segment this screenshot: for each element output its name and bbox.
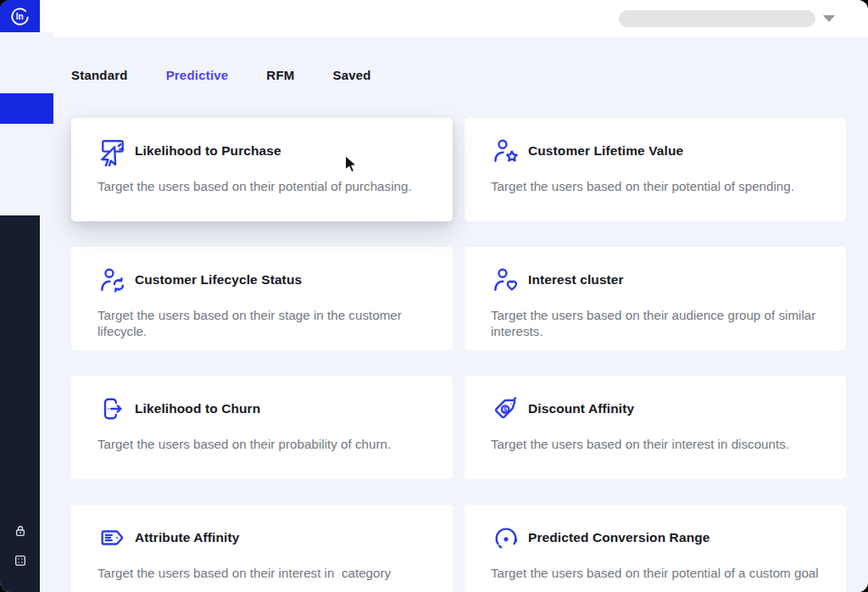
tab-label: RFM <box>266 68 294 82</box>
card-likelihood-to-churn[interactable]: Likelihood to Churn Target the users bas… <box>71 376 453 479</box>
card-description: Target the users based on their stage in… <box>97 307 426 340</box>
card-customer-lifecycle-status[interactable]: Customer Lifecycle Status Target the use… <box>71 247 453 350</box>
segment-tabs: Standard Predictive RFM Saved <box>71 68 846 82</box>
sidebar-item-analytics[interactable] <box>0 32 53 63</box>
card-description: Target the users based on their audience… <box>491 307 820 340</box>
sidebar-item-audiences[interactable] <box>0 93 53 124</box>
sidebar: In <box>0 0 40 592</box>
card-title: Likelihood to Purchase <box>135 143 281 159</box>
card-interest-cluster[interactable]: Interest cluster Target the users based … <box>465 247 846 350</box>
exit-arrow-icon <box>97 394 128 424</box>
person-heart-icon <box>491 265 521 295</box>
tab-label: Predictive <box>166 68 229 82</box>
card-header: Interest cluster <box>491 265 820 295</box>
sidebar-item-products[interactable] <box>0 63 53 93</box>
tab-label: Standard <box>71 68 128 82</box>
card-likelihood-to-purchase[interactable]: Likelihood to Purchase Target the users … <box>71 118 453 221</box>
main-column: Standard Predictive RFM Saved Likelihood… <box>40 0 868 592</box>
card-header: Likelihood to Churn <box>97 394 426 424</box>
card-header: Predicted Conversion Range <box>491 522 820 553</box>
tab-standard[interactable]: Standard <box>71 68 128 82</box>
sidebar-bottom <box>0 516 40 575</box>
app-logo[interactable]: In <box>0 0 40 32</box>
card-attribute-affinity[interactable]: Attribute Affinity Target the users base… <box>71 505 453 592</box>
tab-saved[interactable]: Saved <box>332 68 370 82</box>
card-title: Interest cluster <box>528 272 624 288</box>
person-star-icon <box>491 136 521 166</box>
card-description: Target the users based on their potentia… <box>491 565 820 581</box>
tab-label: Saved <box>332 68 370 82</box>
tab-predictive[interactable]: Predictive <box>166 68 229 82</box>
card-description: Target the users based on their potentia… <box>491 178 820 194</box>
card-header: $ Discount Affinity <box>491 394 820 424</box>
card-title: Customer Lifecycle Status <box>135 272 302 288</box>
logo-icon: In <box>8 5 31 28</box>
attribute-tag-icon <box>97 522 128 553</box>
card-description: Target the users based on their potentia… <box>97 178 426 194</box>
card-header: Customer Lifecycle Status <box>97 265 426 295</box>
card-description: Target the users based on their interest… <box>491 436 820 452</box>
tab-rfm[interactable]: RFM <box>266 68 294 82</box>
purchase-click-icon <box>97 136 128 166</box>
account-selector[interactable] <box>619 10 815 27</box>
gauge-icon <box>491 522 521 553</box>
person-cycle-icon <box>97 265 128 295</box>
card-title: Customer Lifetime Value <box>528 143 683 159</box>
card-title: Likelihood to Churn <box>135 401 260 416</box>
dropdown-caret-icon[interactable] <box>823 15 835 22</box>
sidebar-item-history[interactable] <box>0 185 53 215</box>
dollar-tag-icon: $ <box>491 394 521 424</box>
sidebar-nav <box>0 32 40 215</box>
card-description: Target the users based on their interest… <box>97 565 426 581</box>
sidebar-item-apps[interactable] <box>0 545 40 575</box>
card-title: Predicted Conversion Range <box>528 530 709 545</box>
card-discount-affinity[interactable]: $ Discount Affinity Target the users bas… <box>465 376 846 479</box>
svg-text:In: In <box>16 12 24 21</box>
segments-page: Standard Predictive RFM Saved Likelihood… <box>40 37 868 592</box>
card-description: Target the users based on their probabil… <box>97 436 426 452</box>
card-title: Attribute Affinity <box>135 530 239 545</box>
card-header: Customer Lifetime Value <box>491 136 820 166</box>
card-predicted-conversion-range[interactable]: Predicted Conversion Range Target the us… <box>465 505 846 592</box>
sidebar-item-journeys[interactable] <box>0 154 53 185</box>
sidebar-item-ideas[interactable] <box>0 124 53 154</box>
card-header: Likelihood to Purchase <box>97 136 426 166</box>
app-window: In <box>0 0 868 592</box>
card-header: Attribute Affinity <box>97 522 426 553</box>
sidebar-item-permissions[interactable] <box>0 516 40 545</box>
lock-icon <box>12 522 29 539</box>
apps-grid-icon <box>12 552 29 569</box>
card-title: Discount Affinity <box>528 401 634 416</box>
card-customer-lifetime-value[interactable]: Customer Lifetime Value Target the users… <box>465 118 846 221</box>
topbar <box>40 0 868 37</box>
segment-cards: Likelihood to Purchase Target the users … <box>71 118 846 592</box>
